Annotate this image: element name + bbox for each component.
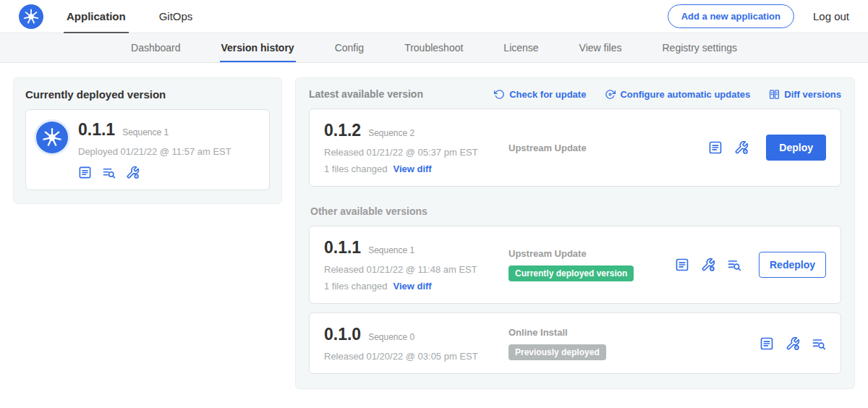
tab-application-label: Application <box>67 10 126 22</box>
deploy-logs-icon[interactable] <box>812 336 826 351</box>
release-notes-icon[interactable] <box>675 258 689 272</box>
source-label: Upstream Update <box>509 248 587 259</box>
subnav-license[interactable]: License <box>502 33 540 62</box>
deployed-version-info: 0.1.1 Sequence 1 Deployed 01/21/22 @ 11:… <box>78 120 231 179</box>
subnav-registry-settings[interactable]: Registry settings <box>661 33 739 62</box>
config-icon[interactable] <box>126 166 140 179</box>
versions-panel-header: Latest available version Check for updat… <box>309 88 841 100</box>
tab-gitops-label: GitOps <box>159 10 193 22</box>
source-label: Online Install <box>509 327 568 338</box>
add-application-button[interactable]: Add a new application <box>668 4 794 28</box>
release-notes-icon[interactable] <box>708 140 723 155</box>
deploy-button[interactable]: Deploy <box>766 135 826 161</box>
released-timestamp: Released 01/21/22 @ 11:48 am EST <box>324 264 509 275</box>
logout-link[interactable]: Log out <box>813 10 849 22</box>
view-diff-link[interactable]: View diff <box>393 163 431 174</box>
source-label: Upstream Update <box>509 143 587 153</box>
released-timestamp: Released 01/20/22 @ 03:05 pm EST <box>324 351 509 362</box>
diff-versions-icon <box>769 89 780 100</box>
tab-application[interactable]: Application <box>64 0 129 33</box>
configure-updates-icon <box>605 89 616 100</box>
version-history-panel: Latest available version Check for updat… <box>295 77 855 389</box>
release-notes-icon[interactable] <box>78 166 92 179</box>
top-header: Application GitOps Add a new application… <box>0 0 868 33</box>
deployed-sequence-label: Sequence 1 <box>122 127 169 137</box>
app-logo-icon <box>36 122 68 153</box>
release-notes-icon[interactable] <box>760 336 774 351</box>
currently-deployed-badge: Currently deployed version <box>509 265 634 281</box>
check-for-update-label: Check for update <box>509 89 586 100</box>
check-update-icon <box>494 89 505 100</box>
deployed-panel-title: Currently deployed version <box>25 88 270 101</box>
subnav-config[interactable]: Config <box>333 33 365 62</box>
version-card-info: 0.1.0 Sequence 0 Released 01/20/22 @ 03:… <box>324 325 509 362</box>
check-for-update-link[interactable]: Check for update <box>494 89 586 100</box>
sequence-label: Sequence 2 <box>368 128 414 138</box>
version-card-info: 0.1.2 Sequence 2 Released 01/21/22 @ 05:… <box>324 121 509 174</box>
version-source: Online Install Previously deployed <box>509 327 760 360</box>
deployed-version-number: 0.1.1 <box>78 120 115 140</box>
version-source: Upstream Update <box>509 143 708 153</box>
kubernetes-logo-icon <box>19 4 43 29</box>
top-tabs: Application GitOps <box>64 0 223 33</box>
deployed-version-card: 0.1.1 Sequence 1 Deployed 01/21/22 @ 11:… <box>25 109 270 190</box>
tab-gitops[interactable]: GitOps <box>156 0 196 33</box>
config-icon[interactable] <box>734 140 749 155</box>
redeploy-button[interactable]: Redeploy <box>759 252 826 278</box>
version-card-actions: Redeploy <box>675 252 826 278</box>
view-diff-link[interactable]: View diff <box>393 281 431 292</box>
version-card-info: 0.1.1 Sequence 1 Released 01/21/22 @ 11:… <box>324 238 509 292</box>
latest-version-title: Latest available version <box>309 88 423 100</box>
diff-versions-link[interactable]: Diff versions <box>769 89 841 100</box>
released-timestamp: Released 01/21/22 @ 05:37 pm EST <box>324 147 509 158</box>
subnav-version-history[interactable]: Version history <box>220 33 296 62</box>
versions-panel-actions: Check for update Configure automatic upd… <box>494 89 841 100</box>
version-card-0-1-0: 0.1.0 Sequence 0 Released 01/20/22 @ 03:… <box>309 313 841 374</box>
subnav-dashboard[interactable]: Dashboard <box>129 33 182 62</box>
version-card-0-1-1: 0.1.1 Sequence 1 Released 01/21/22 @ 11:… <box>309 226 841 304</box>
deploy-logs-icon[interactable] <box>727 258 741 272</box>
version-number: 0.1.1 <box>324 238 361 258</box>
subnav-view-files[interactable]: View files <box>578 33 624 62</box>
deploy-logs-icon[interactable] <box>102 166 116 179</box>
previously-deployed-badge: Previously deployed <box>509 344 606 360</box>
sequence-label: Sequence 0 <box>368 332 414 342</box>
files-changed-label: 1 files changed <box>324 163 387 174</box>
currently-deployed-panel: Currently deployed version 0.1.1 Sequenc… <box>13 77 282 204</box>
version-number: 0.1.2 <box>324 121 361 140</box>
version-source: Upstream Update Currently deployed versi… <box>509 248 675 281</box>
diff-versions-label: Diff versions <box>784 89 841 100</box>
other-versions-title: Other available versions <box>310 205 841 217</box>
config-icon[interactable] <box>701 258 715 272</box>
sequence-label: Sequence 1 <box>368 245 414 255</box>
subnav-troubleshoot[interactable]: Troubleshoot <box>403 33 464 62</box>
app-subnav: Dashboard Version history Config Trouble… <box>0 33 868 63</box>
config-icon[interactable] <box>786 336 800 351</box>
main-content: Currently deployed version 0.1.1 Sequenc… <box>0 63 868 404</box>
version-number: 0.1.0 <box>324 325 361 344</box>
version-card-actions: Deploy <box>708 135 826 161</box>
configure-automatic-updates-label: Configure automatic updates <box>620 89 750 100</box>
deployed-timestamp: Deployed 01/21/22 @ 11:57 am EST <box>78 146 231 157</box>
files-changed-label: 1 files changed <box>324 281 387 292</box>
version-card-0-1-2: 0.1.2 Sequence 2 Released 01/21/22 @ 05:… <box>309 109 841 187</box>
configure-automatic-updates-link[interactable]: Configure automatic updates <box>605 89 750 100</box>
version-card-actions <box>760 336 826 351</box>
